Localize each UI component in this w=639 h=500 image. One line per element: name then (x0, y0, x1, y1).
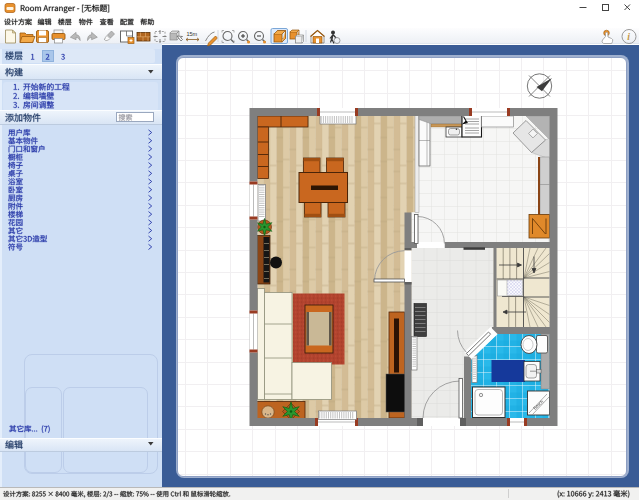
svg-text:i: i (627, 31, 630, 42)
svg-text:15m: 15m (187, 31, 198, 37)
